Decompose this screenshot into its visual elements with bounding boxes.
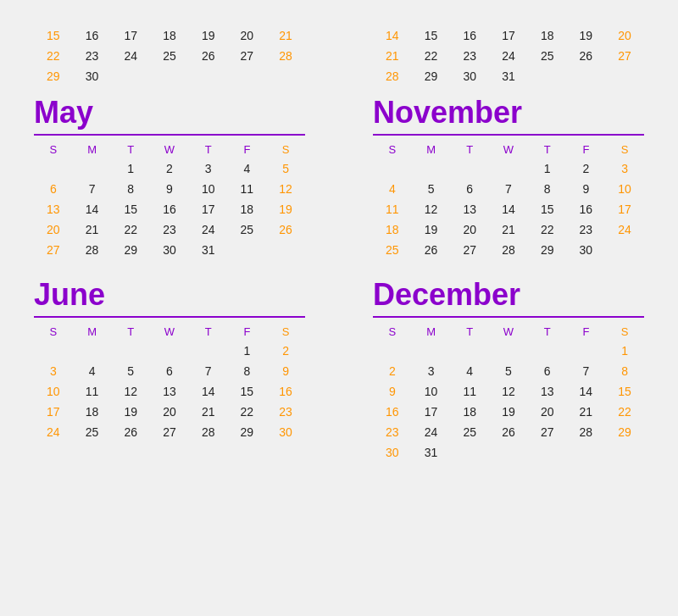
table-cell: 26 (489, 422, 528, 442)
table-cell (34, 341, 73, 361)
table-cell: 4 (373, 179, 412, 199)
table-cell: 23 (450, 46, 489, 66)
table-cell: 21 (489, 219, 528, 240)
table-cell: 21 (373, 46, 412, 66)
table-row: 6 7 8 9 10 11 12 (34, 179, 305, 199)
col-header-m1: M (73, 323, 112, 341)
table-cell: 23 (73, 46, 112, 66)
right-column: 14 15 16 17 18 19 20 21 22 23 24 25 (356, 17, 661, 471)
table-cell (450, 341, 489, 361)
table-row: 1 2 3 (373, 158, 644, 179)
table-cell: 20 (528, 402, 567, 422)
table-cell: 12 (489, 381, 528, 402)
table-cell (489, 158, 528, 179)
november-divider (373, 134, 644, 136)
col-header-s2: S (605, 323, 644, 341)
table-cell: 8 (111, 179, 150, 199)
table-cell: 21 (73, 219, 112, 240)
table-cell (266, 240, 305, 260)
table-cell: 18 (528, 25, 567, 46)
table-cell: 15 (605, 381, 644, 402)
table-cell: 8 (528, 179, 567, 199)
table-cell (528, 66, 567, 86)
table-cell: 20 (34, 219, 73, 240)
table-cell: 21 (189, 402, 228, 422)
table-row: 25 26 27 28 29 30 (373, 240, 644, 260)
col-header-s2: S (266, 323, 305, 341)
table-cell: 19 (412, 219, 451, 240)
col-header-f1: F (567, 141, 606, 158)
table-cell: 13 (150, 381, 189, 402)
table-cell: 11 (228, 179, 267, 199)
col-header-t1: T (450, 141, 489, 158)
table-cell: 3 (412, 361, 451, 381)
table-cell: 24 (189, 219, 228, 240)
table-cell: 9 (266, 361, 305, 381)
table-cell: 19 (111, 402, 150, 422)
table-cell: 31 (189, 240, 228, 260)
table-cell: 18 (228, 199, 267, 219)
table-cell: 24 (111, 46, 150, 66)
table-cell: 1 (605, 341, 644, 361)
col-header-m1: M (412, 323, 451, 341)
table-cell: 27 (528, 422, 567, 442)
col-header-m1: M (73, 141, 112, 158)
december-divider (373, 316, 644, 318)
table-cell: 2 (266, 341, 305, 361)
col-header-t2: T (189, 323, 228, 341)
table-cell (373, 341, 412, 361)
table-cell: 4 (228, 158, 267, 179)
table-cell: 15 (111, 199, 150, 219)
table-row: 10 11 12 13 14 15 16 (34, 381, 305, 402)
table-cell: 26 (567, 46, 606, 66)
table-cell: 10 (605, 179, 644, 199)
table-cell: 25 (73, 422, 112, 442)
december-title: December (373, 277, 644, 313)
table-cell: 6 (528, 361, 567, 381)
table-cell: 18 (373, 219, 412, 240)
table-row: 1 2 3 4 5 (34, 158, 305, 179)
table-cell: 14 (189, 381, 228, 402)
table-cell: 17 (189, 199, 228, 219)
table-cell: 10 (412, 381, 451, 402)
col-header-t1: T (450, 323, 489, 341)
table-cell (567, 66, 606, 86)
table-cell: 26 (412, 240, 451, 260)
table-cell: 22 (412, 46, 451, 66)
col-header-w1: W (150, 141, 189, 158)
table-cell: 1 (228, 341, 267, 361)
april-partial: 15 16 17 18 19 20 21 22 23 24 25 26 (17, 17, 322, 86)
table-cell: 20 (450, 219, 489, 240)
june-block: June S M T W T F S (17, 269, 322, 451)
table-cell: 25 (228, 219, 267, 240)
table-cell (567, 442, 606, 463)
table-cell: 29 (34, 66, 73, 86)
table-cell: 25 (373, 240, 412, 260)
table-cell: 16 (567, 199, 606, 219)
col-header-m1: M (412, 141, 451, 158)
table-cell: 28 (266, 46, 305, 66)
col-header-t2: T (528, 141, 567, 158)
table-cell: 12 (111, 381, 150, 402)
december-block: December S M T W T F S (356, 269, 661, 471)
table-cell: 23 (266, 402, 305, 422)
table-row: 11 12 13 14 15 16 17 (373, 199, 644, 219)
table-cell (34, 158, 73, 179)
table-cell: 23 (373, 422, 412, 442)
may-table: S M T W T F S 1 2 3 (34, 141, 305, 260)
table-cell: 9 (373, 381, 412, 402)
table-cell (528, 341, 567, 361)
table-cell: 5 (412, 179, 451, 199)
table-cell (111, 341, 150, 361)
table-row: 1 (373, 341, 644, 361)
col-header-s2: S (266, 141, 305, 158)
table-cell: 14 (73, 199, 112, 219)
table-cell (373, 158, 412, 179)
may-divider (34, 134, 305, 136)
table-cell: 8 (605, 361, 644, 381)
table-cell: 24 (489, 46, 528, 66)
table-cell (450, 158, 489, 179)
table-cell: 27 (150, 422, 189, 442)
table-cell: 19 (567, 25, 606, 46)
table-cell: 17 (605, 199, 644, 219)
